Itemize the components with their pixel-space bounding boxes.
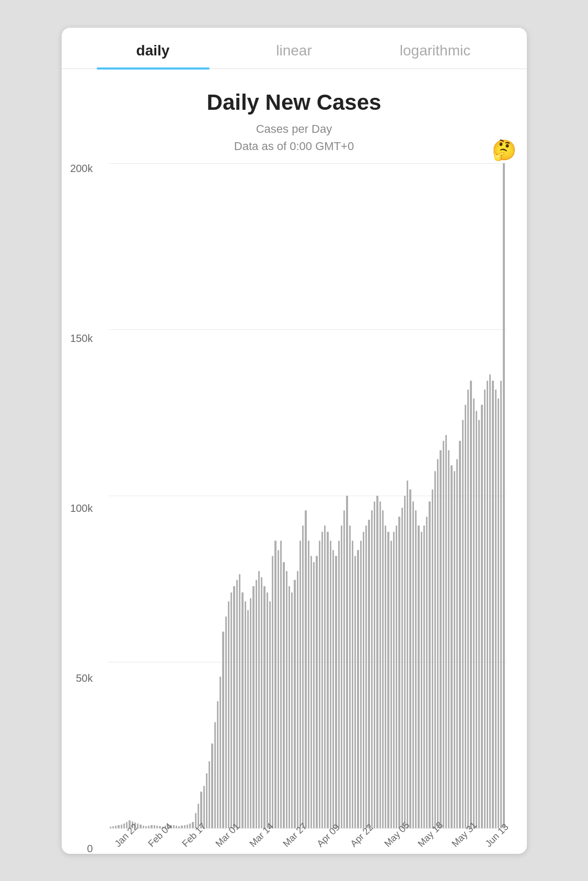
y-axis-labels: 200k150k100k50k0 (62, 163, 98, 854)
bar (341, 525, 342, 828)
bar (220, 677, 221, 828)
bar (250, 598, 251, 828)
bar (481, 405, 482, 828)
bar (352, 541, 353, 828)
y-label: 200k (62, 163, 98, 174)
bar (140, 825, 141, 828)
bar (330, 541, 331, 828)
bar (236, 580, 238, 828)
bar (286, 571, 287, 828)
bar (382, 510, 384, 828)
bar (269, 601, 271, 828)
bar (327, 532, 328, 828)
bar (401, 508, 403, 828)
bar (335, 556, 337, 828)
bar (252, 586, 254, 828)
bar (423, 525, 425, 828)
bar (123, 823, 125, 828)
bar (310, 556, 312, 828)
chart-inner: 🤔 (109, 163, 506, 828)
bar (454, 471, 455, 828)
bar (415, 510, 417, 828)
bar (426, 517, 428, 828)
chart-area: 200k150k100k50k0 🤔 Jan 22Feb 04Feb 17Mar… (62, 163, 527, 854)
bar (245, 601, 246, 828)
bar (365, 525, 367, 828)
bar (470, 381, 471, 828)
bar (308, 541, 309, 828)
bar (393, 532, 395, 828)
bar (456, 459, 458, 828)
bars-container: 🤔 (109, 163, 506, 828)
bar (434, 471, 436, 828)
bar (432, 489, 433, 828)
bar (324, 525, 326, 828)
bar (390, 541, 392, 828)
bar (498, 398, 499, 828)
bar (187, 825, 188, 828)
bar (332, 550, 334, 828)
bar (313, 562, 315, 828)
bar (272, 556, 273, 828)
subtitle-line2: Data as of 0:00 GMT+0 (234, 140, 354, 153)
x-axis: Jan 22Feb 04Feb 17Mar 01Mar 14Mar 27Apr … (109, 832, 506, 843)
tab-daily[interactable]: daily (83, 42, 224, 68)
bar (343, 510, 345, 828)
bar (112, 826, 114, 828)
bar (297, 571, 298, 828)
bar (299, 541, 301, 828)
y-label: 0 (62, 843, 98, 854)
tab-linear[interactable]: linear (224, 42, 365, 68)
bar (396, 525, 397, 828)
bar (440, 450, 441, 828)
bar (294, 580, 295, 828)
y-label: 150k (62, 333, 98, 344)
bar (473, 398, 475, 828)
bar (241, 592, 243, 828)
bar (143, 826, 144, 828)
bar (178, 826, 180, 828)
bar (189, 823, 191, 828)
bar (181, 826, 182, 828)
bar (278, 550, 279, 828)
bar (429, 501, 430, 828)
bar (267, 592, 268, 828)
bar (192, 822, 193, 828)
bar (291, 592, 293, 828)
bar (385, 525, 386, 828)
bar (206, 773, 207, 828)
subtitle-line1: Cases per Day (256, 122, 332, 135)
bar (363, 532, 364, 828)
bar (110, 827, 111, 828)
bar (261, 577, 262, 828)
bar (121, 825, 122, 828)
bar (209, 761, 210, 828)
bar (489, 374, 491, 828)
bar (398, 517, 400, 828)
bar (445, 435, 447, 828)
bar (217, 701, 218, 828)
bar (374, 501, 375, 828)
bar (258, 571, 260, 828)
bar (368, 520, 370, 828)
bar (349, 525, 351, 828)
bar (228, 601, 229, 828)
bar (465, 405, 466, 828)
bar (176, 826, 177, 828)
bar (412, 501, 414, 828)
bar (256, 580, 257, 828)
y-label: 100k (62, 503, 98, 513)
bar (376, 496, 378, 828)
chart-header: Daily New Cases Cases per Day Data as of… (62, 69, 527, 163)
bar (321, 532, 323, 828)
bar (462, 420, 464, 828)
bar (289, 586, 290, 828)
bar (230, 592, 232, 828)
bar (360, 541, 362, 828)
tab-logarithmic[interactable]: logarithmic (365, 42, 506, 68)
bar (443, 441, 444, 828)
bar (274, 541, 276, 828)
bar (379, 501, 381, 828)
bar (115, 826, 117, 828)
bar (233, 586, 235, 828)
